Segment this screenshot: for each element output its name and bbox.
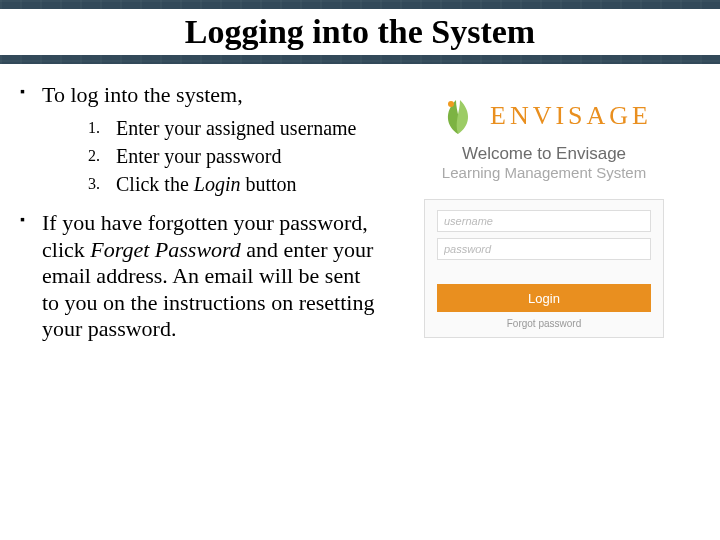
slide: Logging into the System To log into the …	[0, 0, 720, 540]
bullet-item: If you have forgotten your password, cli…	[16, 210, 378, 342]
step-text: Click the	[116, 173, 194, 195]
bullet-item: To log into the system, Enter your assig…	[16, 82, 378, 196]
svg-point-0	[448, 101, 454, 107]
username-input[interactable]	[437, 210, 651, 232]
step-item: Enter your assigned username	[88, 116, 378, 140]
right-column: ENVISAGE Welcome to Envisage Learning Ma…	[384, 76, 704, 352]
password-input[interactable]	[437, 238, 651, 260]
brand-name: ENVISAGE	[490, 101, 652, 131]
leaf-icon	[436, 94, 480, 138]
bullet-list: To log into the system, Enter your assig…	[16, 82, 378, 342]
title-bar: Logging into the System	[0, 0, 720, 64]
content-area: To log into the system, Enter your assig…	[0, 64, 720, 352]
page-title: Logging into the System	[0, 9, 720, 55]
left-column: To log into the system, Enter your assig…	[10, 76, 384, 352]
step-emphasis: Login	[194, 173, 241, 195]
welcome-subheading: Learning Management System	[442, 164, 646, 181]
login-button[interactable]: Login	[437, 284, 651, 312]
login-form: Login Forgot password	[424, 199, 664, 338]
step-list: Enter your assigned username Enter your …	[88, 116, 378, 196]
bullet-emphasis: Forget Password	[90, 237, 241, 262]
step-text: button	[240, 173, 296, 195]
step-item: Enter your password	[88, 144, 378, 168]
brand-logo: ENVISAGE	[436, 94, 652, 138]
welcome-heading: Welcome to Envisage	[462, 144, 626, 164]
forgot-password-link[interactable]: Forgot password	[437, 318, 651, 329]
step-item: Click the Login button	[88, 172, 378, 196]
bullet-text: To log into the system,	[42, 82, 243, 107]
